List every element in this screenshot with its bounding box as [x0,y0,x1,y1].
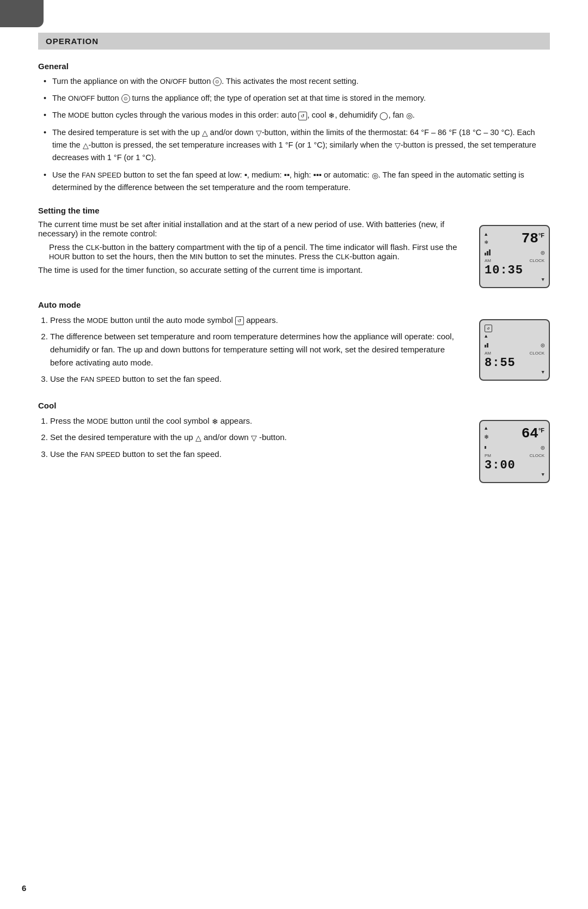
fan-med-icon: ▪▪ [284,170,290,179]
remote-clock-label: CLOCK [529,258,544,263]
onoff-icon-2: ⊙ [121,94,130,103]
auto-step-3: Use the FAN SPEED button to set the fan … [50,373,468,386]
onoff-icon: ⊙ [213,77,222,86]
remote-temp-unit: °F [538,232,544,239]
remote-labels-cool: PM CLOCK [485,453,544,458]
fan-auto-icon: ◎ [372,171,378,180]
mode-icon-1: ❄ [485,239,488,246]
up-arrow-icon-2: △ [83,141,89,150]
remote-temp-num-cool: 64 [522,425,538,442]
fan-bar-a2 [487,343,488,347]
auto-mode-steps: Press the MODE button until the auto mod… [38,314,468,386]
fan-high-icon: ▪▪▪ [313,170,321,179]
page-number: 6 [22,883,26,893]
general-bullet-list: Turn the appliance on with the ON/OFF bu… [38,75,550,194]
down-arrow-icon-2: ▽ [395,141,401,150]
remote-row2-cool: ◎ [485,444,544,451]
remote-temp-cool: 64°F [522,425,544,442]
remote-temp-display: 78°F [522,230,544,247]
remote-row1-auto: ↺ ▲ [485,325,544,339]
remote-mode-right-auto: ◎ [541,341,544,349]
operation-title: OPERATION [46,36,542,46]
remote-no-temp [528,328,544,336]
remote-clock-label-cool: CLOCK [529,453,544,458]
cool-steps: Press the MODE button until the cool sym… [38,414,468,460]
auto-mode-display-icon: ↺ [485,325,492,332]
remote-left-icons-cool: ▲ ❄ [485,426,488,441]
fan-icon: ◎ [406,111,413,120]
cool-icon: ❄ [328,111,335,120]
general-section: General Turn the appliance on with the O… [38,62,550,194]
setting-time-section: Setting the time The current time must b… [38,206,550,288]
auto-symbol: ↺ [235,316,244,325]
remote-row1: ▲ ❄ 78°F [485,230,544,247]
auto-mode-title: Auto mode [38,300,550,309]
remote-arrow-2: ▼ [485,370,544,375]
setting-time-intro: The current time must be set after initi… [38,219,468,238]
fan-bar-2 [487,251,488,255]
wifi-icon: ▲ [485,232,488,237]
dehumidify-icon: ◯ [379,111,388,120]
remote-left-icons: ▲ ❄ [485,232,488,246]
remote-fan-display [485,249,491,255]
setting-time-text: The current time must be set after initi… [38,219,468,274]
remote-clock-label-auto: CLOCK [529,351,544,356]
down-arrow-cool: ▽ [251,434,257,442]
general-bullet-2: The ON/OFF button ⊙ turns the appliance … [44,92,550,105]
setting-time-footer: The time is used for the timer function,… [38,265,468,274]
remote-am-label: AM [485,258,491,263]
general-body: Turn the appliance on with the ON/OFF bu… [38,75,550,194]
setting-time-content: The current time must be set after initi… [38,219,550,288]
remote-row2: ◎ [485,249,544,256]
auto-mode-remote-display: ↺ ▲ ◎ [479,319,550,381]
remote-labels-auto: AM CLOCK [485,351,544,356]
page-tab [0,0,44,27]
wifi-icon-cool: ▲ [485,426,488,431]
remote-arrow-3: ▼ [485,472,544,478]
remote-display-box-2: ↺ ▲ ◎ [479,319,550,381]
cool-step-2: Set the desired temperature with the up … [50,431,468,444]
cool-text: Press the MODE button until the cool sym… [38,414,468,463]
wifi-icon-auto: ▲ [485,334,492,339]
remote-left-icons-auto: ↺ ▲ [485,325,492,339]
fan-bar-c1 [485,446,486,449]
fan-bar-3 [489,249,491,255]
cool-step-3: Use the FAN SPEED button to set the fan … [50,448,468,461]
general-bullet-5: Use the FAN SPEED button to set the fan … [44,169,550,194]
cool-step-1: Press the MODE button until the cool sym… [50,414,468,428]
remote-display-box-1: ▲ ❄ 78°F ◎ [479,225,550,288]
remote-temp-unit-cool: °F [538,427,544,434]
down-arrow-icon: ▽ [256,129,262,137]
cool-remote-display: ▲ ❄ 64°F ◎ PM [479,420,550,483]
remote-time-2: 8:55 [485,356,544,370]
remote-temp-auto [528,328,544,336]
up-arrow-icon: △ [202,129,208,137]
fan-bar-a1 [485,345,486,347]
remote-fan-auto [485,343,488,347]
auto-step-1: Press the MODE button until the auto mod… [50,314,468,327]
auto-mode-icon: ↺ [298,112,307,120]
auto-mode-text: Press the MODE button until the auto mod… [38,314,468,389]
general-bullet-4: The desired temperature is set with the … [44,126,550,164]
setting-time-title: Setting the time [38,206,550,215]
cool-section: Cool Press the MODE button until the coo… [38,401,550,483]
remote-temp-num: 78 [522,230,538,247]
remote-row1-cool: ▲ ❄ 64°F [485,425,544,442]
operation-header: OPERATION [38,33,550,50]
setting-time-remote-display: ▲ ❄ 78°F ◎ [479,225,550,288]
cool-title: Cool [38,401,550,410]
cool-mode-icon: ❄ [485,433,488,441]
fan-low-icon: ▪ [244,170,247,179]
remote-labels: AM CLOCK [485,258,544,263]
remote-fan-cool [485,446,486,449]
general-bullet-3: The MODE button cycles through the vario… [44,109,550,121]
auto-mode-section: Auto mode Press the MODE button until th… [38,300,550,389]
up-arrow-cool: △ [195,434,201,442]
setting-time-body: Press the CLK-button in the battery comp… [38,242,468,261]
remote-time-3: 3:00 [485,459,544,472]
remote-time-1: 10:35 [485,264,544,277]
remote-am-label-auto: AM [485,351,491,356]
auto-mode-content: Press the MODE button until the auto mod… [38,314,550,389]
remote-pm-label-cool: PM [485,453,491,458]
cool-symbol: ❄ [212,417,218,426]
